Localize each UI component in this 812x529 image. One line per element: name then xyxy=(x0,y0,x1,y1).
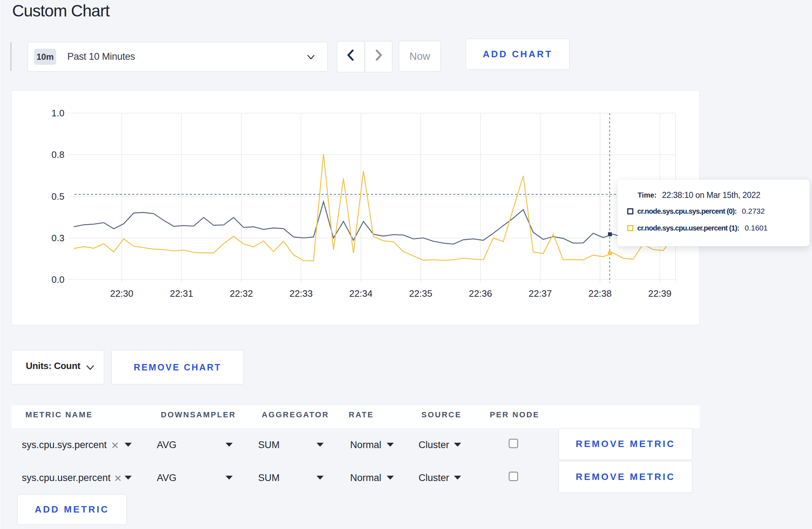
svg-text:1.0: 1.0 xyxy=(52,108,64,118)
svg-text:22:34: 22:34 xyxy=(349,288,372,299)
svg-text:22:32: 22:32 xyxy=(229,288,253,299)
svg-text:22:36: 22:36 xyxy=(469,288,492,299)
svg-text:22:38: 22:38 xyxy=(588,288,612,299)
svg-text:22:37: 22:37 xyxy=(528,288,552,299)
svg-text:0.3: 0.3 xyxy=(52,233,64,243)
svg-text:22:39: 22:39 xyxy=(648,288,671,299)
svg-text:22:31: 22:31 xyxy=(170,288,193,299)
svg-text:0.0: 0.0 xyxy=(52,274,64,285)
svg-text:0.8: 0.8 xyxy=(52,149,64,160)
svg-text:0.5: 0.5 xyxy=(52,191,64,202)
svg-text:22:33: 22:33 xyxy=(289,288,313,299)
svg-text:22:35: 22:35 xyxy=(409,288,432,299)
svg-text:22:30: 22:30 xyxy=(110,288,133,299)
